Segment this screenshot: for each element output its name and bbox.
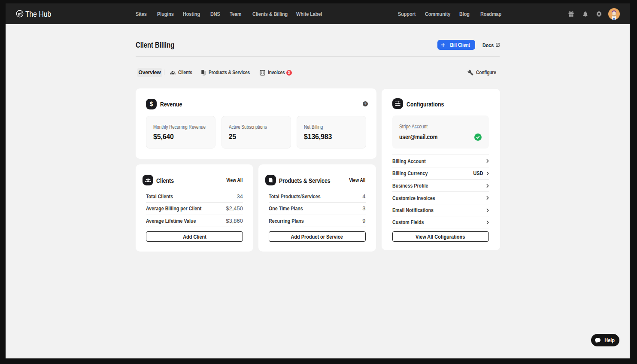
- svg-text:?: ?: [364, 102, 366, 106]
